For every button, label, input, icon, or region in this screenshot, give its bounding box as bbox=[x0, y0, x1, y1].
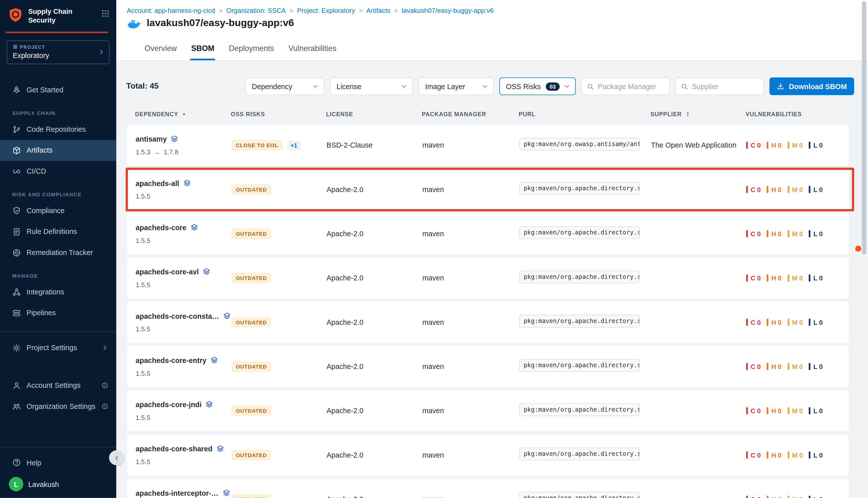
purl-value[interactable]: pkg:maven/org.apache.directory.s… bbox=[519, 182, 640, 195]
supplier-search-input[interactable] bbox=[692, 82, 758, 90]
dependency-cell: apacheds-interceptor-…1.5.5 bbox=[135, 489, 231, 498]
breadcrumb-link[interactable]: Account: app-harness-ng-cicd bbox=[127, 6, 215, 14]
tab-vulnerabilities[interactable]: Vulnerabilities bbox=[288, 36, 336, 60]
project-selector[interactable]: PROJECT Exploratory bbox=[7, 40, 109, 64]
pipelines-icon bbox=[12, 309, 21, 317]
severity-count: 0 bbox=[757, 407, 761, 415]
severity-label: H bbox=[771, 363, 776, 370]
table-row[interactable]: apacheds-core-shared1.5.5OUTDATEDApache-… bbox=[126, 434, 850, 476]
breadcrumb-link[interactable]: lavakush07/easy-buggy-app:v6 bbox=[402, 6, 493, 14]
column-header-vulnerabilities[interactable]: VULNERABILITIES bbox=[746, 111, 850, 117]
filter-count-badge: 03 bbox=[546, 82, 560, 90]
severity-label: M bbox=[792, 318, 798, 326]
sidebar-item-project-settings[interactable]: Project Settings bbox=[0, 337, 116, 358]
column-header-label: OSS RISKS bbox=[231, 111, 265, 117]
filter-license[interactable]: License bbox=[330, 78, 413, 95]
severity-label: C bbox=[751, 318, 755, 326]
table-row[interactable]: apacheds-core-consta…1.5.5OUTDATEDApache… bbox=[126, 301, 850, 344]
breadcrumb-link[interactable]: Project: Exploratory bbox=[297, 6, 355, 14]
severity-bar bbox=[746, 319, 748, 326]
layers-icon bbox=[205, 401, 213, 408]
sidebar-collapse-handle[interactable] bbox=[109, 450, 124, 466]
column-header-purl[interactable]: PURL bbox=[519, 111, 650, 117]
module-switcher-icon[interactable] bbox=[101, 9, 109, 17]
column-header-dependency[interactable]: DEPENDENCY bbox=[135, 111, 231, 117]
column-header-oss-risks[interactable]: OSS RISKS bbox=[231, 111, 326, 117]
purl-value[interactable]: pkg:maven/org.apache.directory.s… bbox=[519, 359, 640, 372]
purl-value[interactable]: pkg:maven/org.apache.directory.s… bbox=[519, 315, 640, 328]
severity-count: 0 bbox=[799, 141, 803, 149]
license-cell: Apache-2.0 bbox=[326, 318, 422, 326]
severity-count: 0 bbox=[778, 451, 781, 459]
download-sbom-button[interactable]: Download SBOM bbox=[769, 78, 854, 95]
dependency-cell: antisamy1.5.3→1.7.8 bbox=[135, 135, 231, 156]
package-manager-cell: maven bbox=[423, 141, 519, 149]
column-header-supplier[interactable]: SUPPLIER bbox=[650, 111, 746, 117]
purl-value[interactable]: pkg:maven/org.apache.directory.s… bbox=[519, 226, 640, 239]
module-accent-strip bbox=[5, 31, 108, 33]
breadcrumb-link[interactable]: Artifacts bbox=[366, 6, 391, 14]
user-name: Lavakush bbox=[28, 480, 59, 488]
vulnerabilities-cell: C0H0M0L0 bbox=[746, 141, 849, 149]
package-manager-cell: maven bbox=[423, 363, 519, 371]
severity-count: 0 bbox=[799, 318, 803, 326]
column-header-label: PACKAGE MANAGER bbox=[422, 111, 486, 117]
table-row[interactable]: apacheds-core-entry1.5.5OUTDATEDApache-2… bbox=[126, 345, 850, 388]
sidebar-item-get-started[interactable]: Get Started bbox=[0, 79, 116, 101]
sidebar-item-account-settings[interactable]: Account Settings bbox=[0, 375, 116, 396]
table-row[interactable]: apacheds-all1.5.5OUTDATEDApache-2.0maven… bbox=[126, 168, 850, 211]
purl-value[interactable]: pkg:maven/org.apache.directory.s… bbox=[519, 492, 640, 498]
severity-count: 0 bbox=[757, 185, 761, 193]
vulnerabilities-cell: C0H0M0L0 bbox=[746, 363, 849, 370]
dependency-name: apacheds-interceptor-… bbox=[135, 489, 219, 497]
sidebar-item-remediation-tracker[interactable]: Remediation Tracker bbox=[0, 242, 116, 263]
sidebar-item-code-repositories[interactable]: Code Repositories bbox=[0, 119, 116, 140]
package-manager-search-input[interactable] bbox=[598, 82, 664, 90]
severity-high: H0 bbox=[767, 407, 781, 415]
filter-dependency[interactable]: Dependency bbox=[245, 78, 324, 95]
sidebar-item-integrations[interactable]: Integrations bbox=[0, 281, 116, 302]
dependency-version: 1.5.5 bbox=[135, 325, 151, 333]
severity-bar bbox=[809, 451, 811, 459]
severity-bar bbox=[788, 274, 789, 281]
table-row[interactable]: apacheds-core1.5.5OUTDATEDApache-2.0mave… bbox=[126, 212, 850, 255]
severity-label: C bbox=[751, 496, 755, 498]
sidebar-item-rule-definitions[interactable]: Rule Definitions bbox=[0, 221, 116, 242]
filter-oss-risks[interactable]: OSS Risks03 bbox=[499, 78, 576, 95]
severity-high: H0 bbox=[767, 496, 781, 498]
severity-label: H bbox=[771, 141, 776, 149]
purl-value[interactable]: pkg:maven/org.apache.directory.s… bbox=[519, 403, 640, 416]
sidebar-item-organization-settings[interactable]: Organization Settings bbox=[0, 396, 116, 417]
table-row[interactable]: antisamy1.5.3→1.7.8CLOSE TO EOL+1BSD-2-C… bbox=[126, 124, 850, 167]
risk-badge: OUTDATED bbox=[231, 494, 271, 498]
table-row[interactable]: apacheds-core-avl1.5.5OUTDATEDApache-2.0… bbox=[126, 257, 850, 300]
column-header-package-manager[interactable]: PACKAGE MANAGER bbox=[422, 111, 519, 117]
severity-count: 0 bbox=[799, 407, 803, 415]
main-content: Account: app-harness-ng-cicd>Organizatio… bbox=[116, 0, 868, 498]
sidebar-item-ci-cd[interactable]: CI/CD bbox=[0, 161, 116, 182]
vulnerabilities-cell: C0H0M0L0 bbox=[746, 274, 849, 282]
sidebar-item-label: Organization Settings bbox=[27, 402, 95, 410]
sidebar-item-compliance[interactable]: Compliance bbox=[0, 200, 116, 221]
filter-label: Dependency bbox=[252, 82, 292, 90]
purl-value[interactable]: pkg:maven/org.owasp.antisamy/ant… bbox=[519, 138, 640, 150]
tab-sbom[interactable]: SBOM bbox=[191, 36, 215, 60]
table-row[interactable]: apacheds-core-jndi1.5.5OUTDATEDApache-2.… bbox=[126, 390, 850, 432]
integrations-icon bbox=[12, 287, 21, 296]
scrollbar-thumb[interactable] bbox=[862, 1, 867, 254]
tab-deployments[interactable]: Deployments bbox=[229, 36, 274, 60]
purl-value[interactable]: pkg:maven/org.apache.directory.s… bbox=[519, 271, 640, 284]
chevron-right-icon bbox=[101, 344, 108, 351]
user-menu[interactable]: L Lavakush bbox=[0, 473, 116, 492]
sidebar-item-help[interactable]: Help bbox=[0, 452, 116, 473]
purl-value[interactable]: pkg:maven/org.apache.directory.s… bbox=[519, 447, 640, 460]
filter-image-layer[interactable]: Image Layer bbox=[418, 78, 494, 95]
tab-overview[interactable]: Overview bbox=[144, 36, 177, 60]
vulnerabilities-cell: C0H0M0L0 bbox=[746, 407, 849, 415]
sidebar-item-artifacts[interactable]: Artifacts bbox=[0, 140, 116, 161]
severity-bar bbox=[767, 186, 768, 193]
table-row[interactable]: apacheds-interceptor-…1.5.5OUTDATEDApach… bbox=[126, 478, 850, 498]
sidebar-item-pipelines[interactable]: Pipelines bbox=[0, 302, 116, 323]
breadcrumb-link[interactable]: Organization: SSCA bbox=[226, 6, 286, 14]
column-header-license[interactable]: LICENSE bbox=[326, 111, 422, 117]
